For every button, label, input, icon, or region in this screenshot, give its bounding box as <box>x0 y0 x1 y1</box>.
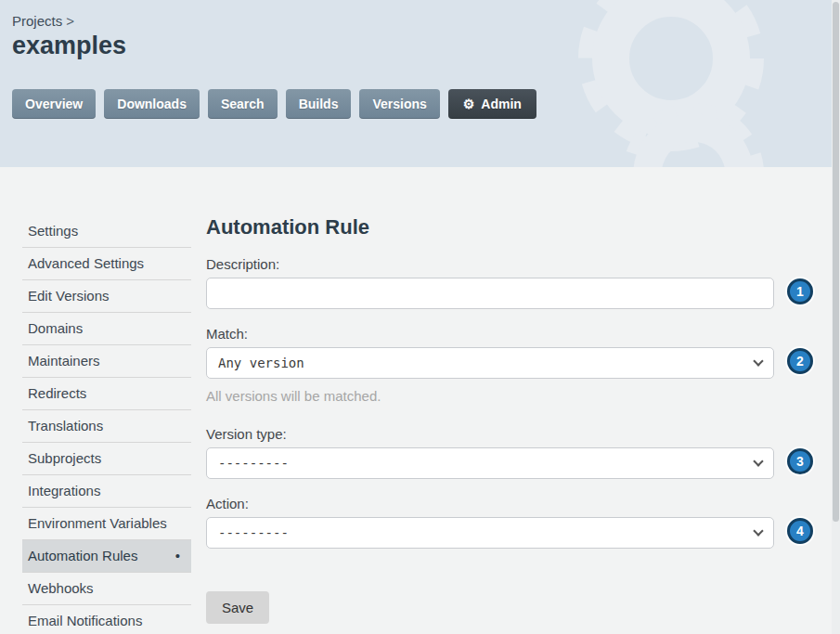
version-type-select-value: --------- <box>218 456 289 471</box>
tab-label: Overview <box>25 97 83 111</box>
project-nav-tabs: Overview Downloads Search Builds Version… <box>12 89 536 119</box>
active-bullet-icon: • <box>175 548 186 564</box>
sidebar-item-label: Redirects <box>28 385 86 402</box>
sidebar-item-integrations[interactable]: Integrations <box>22 475 191 508</box>
project-header: Projects> examples Overview Downloads Se… <box>0 0 840 167</box>
tab-versions[interactable]: Versions <box>359 89 439 119</box>
sidebar-item-webhooks[interactable]: Webhooks <box>22 573 191 605</box>
tab-label: Admin <box>481 97 522 111</box>
sidebar-item-label: Maintainers <box>28 353 100 369</box>
tab-label: Versions <box>372 97 426 111</box>
chevron-down-icon <box>753 525 763 536</box>
annotation-badge-2: 2 <box>787 348 813 374</box>
sidebar-item-label: Automation Rules <box>28 548 137 564</box>
gear-icon: ⚙ <box>463 97 475 110</box>
breadcrumb-projects-link[interactable]: Projects <box>12 13 62 29</box>
annotation-badge-4: 4 <box>787 518 813 544</box>
action-label: Action: <box>206 496 774 511</box>
tab-label: Search <box>221 97 265 111</box>
breadcrumb: Projects> <box>12 13 840 29</box>
decorative-gear-icon <box>605 85 782 167</box>
tab-builds[interactable]: Builds <box>286 89 352 119</box>
match-select[interactable]: Any version <box>206 347 774 379</box>
sidebar-item-environment-variables[interactable]: Environment Variables <box>22 508 191 540</box>
action-field-group: Action: --------- 4 <box>206 496 774 549</box>
tab-search[interactable]: Search <box>208 89 278 119</box>
scrollbar-thumb[interactable] <box>833 2 839 522</box>
automation-rule-form: Automation Rule Description: 1 Match: An… <box>206 215 774 634</box>
sidebar-item-label: Subprojects <box>28 450 101 467</box>
sidebar-item-label: Advanced Settings <box>28 255 144 272</box>
description-label: Description: <box>206 256 774 272</box>
action-select-value: --------- <box>218 525 289 540</box>
description-input[interactable] <box>206 278 774 309</box>
annotation-badge-3: 3 <box>787 448 813 474</box>
page-title: examples <box>12 32 840 60</box>
version-type-select[interactable]: --------- <box>206 447 774 479</box>
sidebar-item-advanced-settings[interactable]: Advanced Settings <box>22 248 191 280</box>
version-type-field-group: Version type: --------- 3 <box>206 426 774 479</box>
tab-label: Builds <box>299 97 339 111</box>
sidebar-item-automation-rules[interactable]: Automation Rules • <box>22 540 191 573</box>
match-label: Match: <box>206 326 774 342</box>
sidebar-item-label: Environment Variables <box>28 515 167 532</box>
sidebar-item-edit-versions[interactable]: Edit Versions <box>22 280 191 313</box>
chevron-down-icon <box>753 356 763 366</box>
sidebar-item-settings[interactable]: Settings <box>22 215 191 248</box>
chevron-down-icon <box>753 456 763 466</box>
save-button[interactable]: Save <box>206 591 269 624</box>
sidebar-item-maintainers[interactable]: Maintainers <box>22 345 191 378</box>
sidebar-item-label: Email Notifications <box>28 613 142 629</box>
vertical-scrollbar[interactable] <box>832 0 840 634</box>
sidebar-item-label: Webhooks <box>28 580 94 597</box>
match-help-text: All versions will be matched. <box>206 388 774 404</box>
sidebar-item-label: Translations <box>28 418 103 434</box>
match-select-value: Any version <box>218 356 304 370</box>
tab-downloads[interactable]: Downloads <box>104 89 200 119</box>
annotation-badge-1: 1 <box>787 278 813 304</box>
version-type-label: Version type: <box>206 426 774 442</box>
sidebar-item-translations[interactable]: Translations <box>22 410 191 443</box>
breadcrumb-separator: > <box>66 13 74 29</box>
tab-label: Downloads <box>117 97 187 111</box>
action-select[interactable]: --------- <box>206 517 774 549</box>
admin-sidebar: Settings Advanced Settings Edit Versions… <box>22 215 191 634</box>
sidebar-item-label: Integrations <box>28 483 100 499</box>
admin-content: Settings Advanced Settings Edit Versions… <box>0 167 840 634</box>
sidebar-item-subprojects[interactable]: Subprojects <box>22 443 191 475</box>
form-title: Automation Rule <box>206 215 774 239</box>
sidebar-item-domains[interactable]: Domains <box>22 313 191 345</box>
sidebar-item-redirects[interactable]: Redirects <box>22 378 191 410</box>
tab-admin[interactable]: ⚙ Admin <box>448 89 536 119</box>
sidebar-item-label: Settings <box>28 223 78 239</box>
sidebar-item-label: Domains <box>28 320 83 337</box>
sidebar-item-label: Edit Versions <box>28 288 110 304</box>
sidebar-item-email-notifications[interactable]: Email Notifications <box>22 605 191 634</box>
tab-overview[interactable]: Overview <box>12 89 96 119</box>
description-field-group: Description: 1 <box>206 256 774 309</box>
match-field-group: Match: Any version All versions will be … <box>206 326 774 404</box>
